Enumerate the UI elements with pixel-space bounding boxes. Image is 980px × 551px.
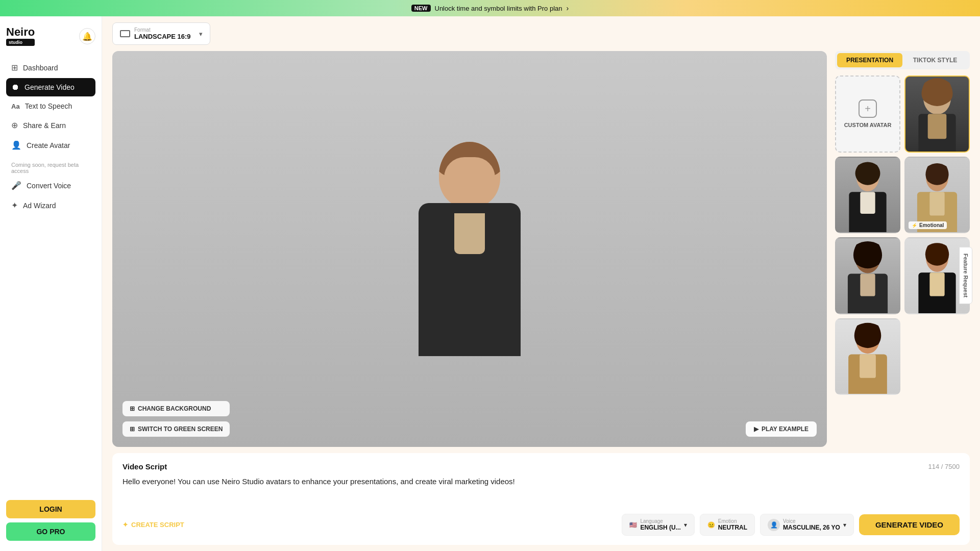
format-value: LANDSCAPE 16:9 — [134, 33, 191, 40]
avatar-body — [419, 203, 521, 356]
avatar-shirt — [454, 213, 485, 254]
avatar-card-6[interactable] — [835, 318, 900, 395]
avatar-svg-6 — [836, 319, 899, 394]
voice-avatar-icon: 👤 — [768, 519, 780, 531]
avatar-card-custom[interactable]: + CUSTOM AVATAR — [835, 76, 900, 153]
avatar-tabs: PRESENTATION TIKTOK STYLE — [835, 51, 970, 69]
sidebar-item-ad-wizard[interactable]: ✦ Ad Wizard — [6, 196, 95, 215]
change-bg-icon: ⊞ — [130, 405, 135, 412]
script-header: Video Script 114 / 7500 — [122, 462, 960, 471]
avatar-svg-4 — [836, 238, 899, 313]
sidebar-footer: LOGIN GO PRO — [6, 500, 95, 541]
play-example-button[interactable]: ▶ PLAY EXAMPLE — [746, 421, 817, 437]
create-script-icon: ✦ — [122, 521, 128, 529]
svg-rect-17 — [860, 354, 876, 378]
svg-rect-5 — [860, 192, 875, 214]
sidebar-label-text-to-speech: Text to Speech — [25, 102, 72, 110]
sidebar-item-create-avatar[interactable]: 👤 Create Avatar — [6, 136, 95, 155]
sidebar: Neiro studio 🔔 ⊞ Dashboard ⏺ Generate Vi… — [0, 16, 102, 551]
gopro-button[interactable]: GO PRO — [6, 522, 95, 541]
video-section: ⊞ CHANGE BACKGROUND ⊞ SWITCH TO GREEN SC… — [102, 51, 980, 447]
tab-tiktok-style[interactable]: TIKTOK STYLE — [902, 53, 968, 67]
language-dropdown-arrow: ▾ — [684, 521, 687, 529]
sidebar-label-ad-wizard: Ad Wizard — [23, 202, 56, 210]
login-button[interactable]: LOGIN — [6, 500, 95, 518]
script-counter: 114 / 7500 — [928, 463, 960, 470]
avatar-card-3[interactable]: Emotional — [904, 157, 970, 234]
svg-rect-14 — [929, 272, 944, 296]
sidebar-label-generate-video: Generate Video — [24, 83, 75, 91]
voice-dropdown[interactable]: 👤 Voice MASCULINE, 26 YO ▾ — [760, 514, 854, 536]
add-icon: + — [859, 99, 877, 118]
format-label-top: Format — [134, 27, 191, 33]
dashboard-icon: ⊞ — [11, 63, 18, 72]
sidebar-label-convert-voice: Convert Voice — [27, 182, 71, 190]
feature-request-tab[interactable]: Feature Request — [959, 247, 972, 304]
sidebar-item-share-earn[interactable]: ⊕ Share & Earn — [6, 116, 95, 135]
logo: Neiro studio — [6, 27, 35, 46]
create-avatar-icon: 👤 — [11, 140, 21, 150]
avatar-svg-3 — [905, 158, 969, 233]
script-textarea[interactable] — [122, 476, 960, 507]
avatar-card-4[interactable] — [835, 237, 900, 314]
avatar-card-2[interactable] — [835, 157, 900, 234]
sidebar-item-convert-voice[interactable]: 🎤 Convert Voice — [6, 176, 95, 195]
avatar-card-1[interactable] — [904, 76, 970, 153]
video-preview: ⊞ CHANGE BACKGROUND ⊞ SWITCH TO GREEN SC… — [112, 51, 827, 447]
script-title: Video Script — [122, 462, 167, 471]
text-to-speech-icon: Aa — [11, 103, 20, 110]
sidebar-label-share-earn: Share & Earn — [23, 121, 66, 130]
sidebar-label-create-avatar: Create Avatar — [27, 141, 70, 149]
toolbar: Format LANDSCAPE 16:9 ▾ — [102, 16, 980, 51]
sidebar-item-dashboard[interactable]: ⊞ Dashboard — [6, 58, 95, 77]
main-content: Format LANDSCAPE 16:9 ▾ — [102, 16, 980, 551]
switch-green-screen-button[interactable]: ⊞ SWITCH TO GREEN SCREEN — [122, 421, 230, 437]
svg-rect-8 — [929, 192, 944, 215]
tab-presentation[interactable]: PRESENTATION — [837, 53, 902, 67]
banner-arrow: › — [566, 4, 569, 12]
banner-text: Unlock time and symbol limits with Pro p… — [435, 5, 562, 12]
format-dropdown-arrow: ▾ — [199, 30, 203, 38]
green-screen-icon: ⊞ — [130, 425, 135, 433]
flag-icon: 🇺🇸 — [629, 521, 637, 529]
generate-video-button[interactable]: GENERATE VIDEO — [859, 514, 960, 535]
change-background-button[interactable]: ⊞ CHANGE BACKGROUND — [122, 401, 230, 416]
avatar-grid: + CUSTOM AVATAR — [835, 76, 970, 395]
svg-rect-2 — [928, 114, 947, 139]
top-banner[interactable]: NEW Unlock time and symbol limits with P… — [0, 0, 980, 16]
script-options: 🇺🇸 Language ENGLISH (U... ▾ 😐 Emotion NE… — [622, 514, 960, 536]
language-dropdown[interactable]: 🇺🇸 Language ENGLISH (U... ▾ — [622, 514, 694, 536]
sidebar-label-dashboard: Dashboard — [23, 64, 58, 72]
share-earn-icon: ⊕ — [11, 120, 18, 130]
script-actions: ✦ CREATE SCRIPT 🇺🇸 Language ENGLISH (U..… — [122, 514, 960, 536]
avatar-head — [439, 142, 500, 208]
script-section: Video Script 114 / 7500 ✦ CREATE SCRIPT … — [112, 453, 970, 545]
new-badge: NEW — [411, 5, 431, 12]
avatar-svg-2 — [836, 158, 899, 233]
create-script-button[interactable]: ✦ CREATE SCRIPT — [122, 521, 184, 529]
avatar-grid-section: PRESENTATION TIKTOK STYLE + CUSTOM AVATA… — [827, 51, 970, 447]
convert-voice-icon: 🎤 — [11, 181, 21, 190]
sidebar-nav: ⊞ Dashboard ⏺ Generate Video Aa Text to … — [6, 58, 95, 156]
svg-rect-11 — [860, 274, 875, 296]
emotional-badge: Emotional — [909, 221, 947, 229]
sidebar-item-text-to-speech[interactable]: Aa Text to Speech — [6, 97, 95, 115]
format-dropdown[interactable]: Format LANDSCAPE 16:9 ▾ — [112, 22, 210, 45]
video-overlay-buttons: ⊞ CHANGE BACKGROUND ⊞ SWITCH TO GREEN SC… — [122, 401, 230, 437]
avatar-preview — [403, 142, 536, 356]
ad-wizard-icon: ✦ — [11, 201, 18, 210]
format-icon — [120, 30, 130, 37]
avatar-svg-1 — [905, 77, 969, 152]
coming-soon-label: Coming soon, request beta access — [6, 158, 95, 176]
sidebar-item-generate-video[interactable]: ⏺ Generate Video — [6, 78, 95, 96]
emotion-icon: 😐 — [707, 521, 715, 529]
play-icon: ▶ — [754, 425, 758, 433]
emotion-dropdown[interactable]: 😐 Emotion NEUTRAL — [700, 514, 755, 536]
generate-video-icon: ⏺ — [11, 83, 19, 92]
voice-dropdown-arrow: ▾ — [843, 521, 846, 529]
custom-avatar-label: CUSTOM AVATAR — [844, 122, 892, 128]
avatar-face — [444, 157, 495, 208]
notification-bell[interactable]: 🔔 — [79, 28, 95, 44]
video-frame — [112, 51, 827, 447]
